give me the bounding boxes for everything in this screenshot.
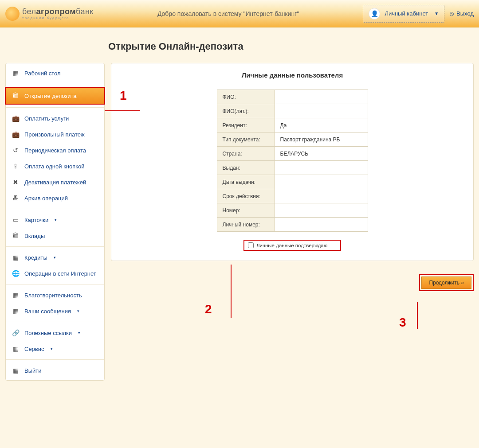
confirm-label: Личные данные подтверждаю xyxy=(256,243,327,248)
row-label: Страна: xyxy=(217,147,275,161)
logout-label: Выход xyxy=(456,10,474,17)
sidebar-item-label: Деактивация платежей xyxy=(24,179,86,186)
charity-icon: ▦ xyxy=(12,292,19,299)
header: белагропромбанк традиции будущего Добро … xyxy=(0,0,479,27)
sidebar-item-label: Архив операций xyxy=(24,195,68,202)
logo-icon xyxy=(5,7,20,21)
table-row: ФИО: xyxy=(217,90,368,104)
table-row: Срок действия: xyxy=(217,189,368,203)
deposits-icon: 🏛 xyxy=(12,232,19,239)
free-payment-icon: 💼 xyxy=(12,131,19,138)
deactivate-icon: ✖ xyxy=(12,179,19,186)
sidebar-separator xyxy=(6,246,104,247)
sidebar-item-label: Благотворительность xyxy=(24,292,82,299)
sidebar-item-credits[interactable]: ▦Кредиты▾ xyxy=(6,249,104,265)
sidebar-separator xyxy=(6,209,104,209)
cabinet-label: Личный кабинет xyxy=(385,10,428,17)
chevron-down-icon: ▾ xyxy=(51,347,53,351)
sidebar-item-cards[interactable]: ▭Карточки▾ xyxy=(6,212,104,228)
user-data-panel: Личные данные пользователя ФИО:ФИО(лат.)… xyxy=(111,63,474,261)
open-deposit-icon: 🏛 xyxy=(12,92,19,99)
table-row: Выдан: xyxy=(217,161,368,175)
row-value xyxy=(275,218,368,232)
periodic-icon: ↺ xyxy=(12,147,19,154)
table-row: Резидент:Да xyxy=(217,118,368,132)
user-data-table: ФИО:ФИО(лат.):Резидент:ДаТип документа:П… xyxy=(217,90,368,232)
chevron-down-icon: ▾ xyxy=(78,331,80,335)
sidebar-item-one-button[interactable]: ⇪Оплата одной кнопкой xyxy=(6,158,104,174)
sidebar-item-pay-services[interactable]: 💼Оплатить услуги xyxy=(6,110,104,126)
sidebar-item-messages[interactable]: ▦Ваши сообщения▾ xyxy=(6,303,104,319)
page-title: Открытие Онлайн-депозита xyxy=(108,41,474,52)
sidebar-item-label: Полезные ссылки xyxy=(24,330,72,336)
panel-title: Личные данные пользователя xyxy=(119,71,465,79)
sidebar-item-periodic[interactable]: ↺Периодическая оплата xyxy=(6,142,104,158)
chevron-down-icon: ▾ xyxy=(54,255,56,260)
sidebar-item-free-payment[interactable]: 💼Произвольный платеж xyxy=(6,126,104,142)
sidebar-item-links[interactable]: 🔗Полезные ссылки▾ xyxy=(6,325,104,341)
messages-icon: ▦ xyxy=(12,308,19,315)
logo-suffix: банк xyxy=(76,7,94,16)
sidebar-separator xyxy=(6,107,104,108)
sidebar-item-label: Кредиты xyxy=(24,254,47,261)
continue-highlight: Продолжить » xyxy=(419,274,474,291)
sidebar-item-label: Операции в сети Интернет xyxy=(24,270,96,277)
logo-prefix: бел xyxy=(22,7,36,16)
sidebar-item-label: Периодическая оплата xyxy=(24,147,86,154)
logout-icon: ⎋ xyxy=(450,10,454,17)
chevron-down-icon: ▾ xyxy=(55,218,57,222)
confirm-checkbox[interactable] xyxy=(248,242,254,248)
logo-text: белагропромбанк традиции будущего xyxy=(22,8,94,20)
annotation-2-line xyxy=(231,265,232,318)
sidebar-item-charity[interactable]: ▦Благотворительность xyxy=(6,287,104,303)
logout-link[interactable]: ⎋ Выход xyxy=(450,10,474,17)
sidebar-item-label: Карточки xyxy=(24,217,48,223)
cabinet-dropdown[interactable]: 👤 Личный кабинет ▼ xyxy=(363,5,444,23)
sidebar-item-dashboard[interactable]: ▦Рабочий стол xyxy=(6,65,104,81)
sidebar: ▦Рабочий стол🏛Открытие депозита💼Оплатить… xyxy=(5,63,105,381)
internet-ops-icon: 🌐 xyxy=(12,270,19,277)
confirm-checkbox-wrap[interactable]: Личные данные подтверждаю xyxy=(243,240,341,251)
logo[interactable]: белагропромбанк традиции будущего xyxy=(5,7,94,21)
sidebar-item-label: Рабочий стол xyxy=(24,70,61,77)
row-label: Дата выдачи: xyxy=(217,175,275,189)
row-label: Резидент: xyxy=(217,118,275,132)
pay-services-icon: 💼 xyxy=(12,115,19,122)
welcome-text: Добро пожаловать в систему "Интернет-бан… xyxy=(94,10,363,17)
sidebar-item-service[interactable]: ▦Сервис▾ xyxy=(6,341,104,357)
service-icon: ▦ xyxy=(12,345,19,352)
row-label: Тип документа: xyxy=(217,132,275,147)
archive-icon: 🖶 xyxy=(12,195,19,202)
table-row: Дата выдачи: xyxy=(217,175,368,189)
links-icon: 🔗 xyxy=(12,329,19,336)
sidebar-item-label: Оплата одной кнопкой xyxy=(24,163,85,170)
table-row: Личный номер: xyxy=(217,218,368,232)
row-value xyxy=(275,90,368,104)
logo-mid: агропром xyxy=(36,7,76,16)
sidebar-item-label: Сервис xyxy=(24,346,44,352)
sidebar-separator xyxy=(6,84,104,84)
row-label: Выдан: xyxy=(217,161,275,175)
sidebar-item-label: Открытие депозита xyxy=(24,93,77,99)
exit-icon: ▦ xyxy=(12,367,19,374)
row-value xyxy=(275,161,368,175)
sidebar-item-exit[interactable]: ▦Выйти xyxy=(6,362,104,378)
cards-icon: ▭ xyxy=(12,216,19,223)
continue-button[interactable]: Продолжить » xyxy=(421,277,471,289)
sidebar-item-label: Ваши сообщения xyxy=(24,308,71,315)
row-value xyxy=(275,175,368,189)
row-label: ФИО: xyxy=(217,90,275,104)
annotation-3: 3 xyxy=(399,316,406,330)
table-row: Страна:БЕЛАРУСЬ xyxy=(217,147,368,161)
annotation-2: 2 xyxy=(205,302,212,316)
sidebar-item-deposits[interactable]: 🏛Вклады xyxy=(6,228,104,244)
sidebar-item-deactivate[interactable]: ✖Деактивация платежей xyxy=(6,174,104,190)
dashboard-icon: ▦ xyxy=(12,70,19,77)
row-label: Срок действия: xyxy=(217,189,275,203)
sidebar-item-internet-ops[interactable]: 🌐Операции в сети Интернет xyxy=(6,265,104,281)
sidebar-item-archive[interactable]: 🖶Архив операций xyxy=(6,190,104,206)
chevron-down-icon: ▼ xyxy=(434,11,439,16)
row-label: Номер: xyxy=(217,203,275,218)
sidebar-separator xyxy=(6,359,104,360)
sidebar-item-open-deposit[interactable]: 🏛Открытие депозита xyxy=(5,87,105,105)
